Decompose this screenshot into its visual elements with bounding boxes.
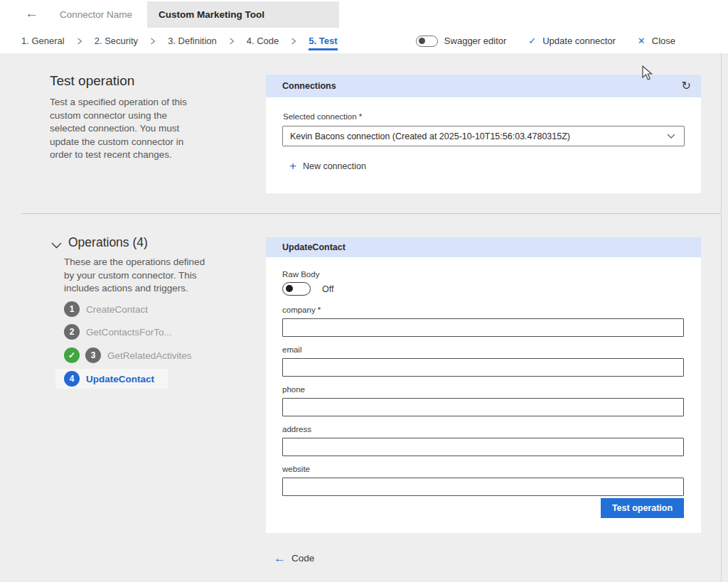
new-connection-label: New connection bbox=[303, 161, 366, 171]
address-label: address bbox=[282, 425, 311, 433]
step-definition[interactable]: 3. Definition bbox=[168, 28, 217, 53]
email-label: email bbox=[282, 345, 301, 354]
selected-connection-label: Selected connection * bbox=[283, 112, 362, 121]
new-connection-button[interactable]: + New connection bbox=[289, 160, 366, 172]
step-general[interactable]: 1. General bbox=[21, 28, 65, 53]
operation-number-badge: 2 bbox=[64, 324, 80, 340]
operation-item-getrelatedactivites[interactable]: ✓ 3 GetRelatedActivites bbox=[55, 345, 192, 365]
refresh-icon[interactable]: ↻ bbox=[682, 80, 691, 92]
operation-item-updatecontact[interactable]: 4 UpdateContact bbox=[55, 369, 168, 389]
connections-panel-title: Connections bbox=[282, 81, 336, 91]
back-to-code-link[interactable]: ← Code bbox=[274, 552, 314, 564]
swagger-editor-label: Swagger editor bbox=[444, 36, 506, 46]
active-step-underline bbox=[309, 48, 337, 50]
chevron-down-icon bbox=[667, 134, 675, 139]
raw-body-toggle[interactable] bbox=[282, 282, 311, 296]
raw-body-state: Off bbox=[322, 284, 333, 294]
step-test-label: 5. Test bbox=[309, 36, 337, 46]
step-security[interactable]: 2. Security bbox=[95, 28, 138, 53]
chevron-right-icon bbox=[150, 38, 156, 45]
operations-title: Operations (4) bbox=[68, 235, 148, 250]
operation-item-getcontactsforto[interactable]: 2 GetContactsForTo... bbox=[55, 322, 172, 342]
chevron-right-icon bbox=[77, 38, 82, 45]
operation-label: GetRelatedActivites bbox=[107, 350, 192, 361]
operations-description: These are the operations defined by your… bbox=[64, 256, 210, 296]
operation-number-badge: 4 bbox=[64, 371, 80, 387]
custom-connector-wizard: ← Connector Name Custom Marketing Tool 1… bbox=[0, 0, 728, 582]
success-check-icon: ✓ bbox=[64, 347, 80, 363]
operation-panel-header: UpdateContact bbox=[266, 237, 701, 257]
close-button[interactable]: Close bbox=[652, 36, 675, 46]
chevron-right-icon bbox=[229, 38, 235, 45]
phone-field[interactable] bbox=[282, 398, 684, 416]
selected-connection-dropdown[interactable]: Kevin Bacons connection (Created at 2025… bbox=[282, 126, 685, 146]
navbar-actions: Swagger editor ✓ Update connector ✕ Clos… bbox=[416, 28, 675, 53]
phone-label: phone bbox=[282, 385, 305, 394]
swagger-editor-toggle[interactable] bbox=[416, 36, 438, 47]
connections-panel: Connections ↻ Selected connection * Kevi… bbox=[266, 75, 701, 193]
step-test[interactable]: 5. Test bbox=[309, 28, 337, 53]
close-icon: ✕ bbox=[638, 36, 646, 46]
top-bar: ← Connector Name Custom Marketing Tool bbox=[0, 0, 728, 28]
code-link-label: Code bbox=[291, 553, 314, 564]
check-icon: ✓ bbox=[528, 36, 536, 46]
operation-label: UpdateContact bbox=[86, 374, 154, 384]
wizard-navbar: 1. General 2. Security 3. Definition 4. … bbox=[0, 28, 728, 53]
email-field[interactable] bbox=[282, 358, 684, 377]
operation-panel: UpdateContact Raw Body Off company * ema… bbox=[266, 237, 701, 533]
toggle-knob bbox=[419, 38, 425, 44]
chevron-right-icon bbox=[291, 38, 296, 45]
connector-name-label: Connector Name bbox=[60, 9, 132, 20]
test-operation-description: Test a specified operation of this custo… bbox=[50, 96, 196, 162]
website-field[interactable] bbox=[282, 478, 684, 496]
update-connector-button[interactable]: Update connector bbox=[542, 36, 616, 46]
connections-panel-header: Connections ↻ bbox=[266, 75, 701, 97]
section-divider bbox=[21, 213, 721, 214]
connector-name-field[interactable]: Custom Marketing Tool bbox=[147, 1, 339, 28]
operation-label: GetContactsForTo... bbox=[86, 327, 172, 338]
toggle-knob bbox=[286, 285, 293, 292]
company-label: company * bbox=[282, 306, 321, 314]
test-operation-button[interactable]: Test operation bbox=[601, 498, 684, 518]
main-content: Test operation Test a specified operatio… bbox=[0, 53, 728, 582]
operation-number-badge: 3 bbox=[85, 347, 101, 363]
operation-number-badge: 1 bbox=[64, 301, 80, 317]
scrollbar-track[interactable] bbox=[721, 53, 722, 582]
selected-connection-value: Kevin Bacons connection (Created at 2025… bbox=[290, 131, 570, 141]
operation-label: CreateContact bbox=[86, 304, 148, 315]
operation-item-createcontact[interactable]: 1 CreateContact bbox=[55, 299, 148, 319]
operations-collapse-chevron-icon[interactable] bbox=[51, 239, 62, 252]
left-arrow-icon: ← bbox=[274, 552, 286, 564]
address-field[interactable] bbox=[282, 438, 684, 456]
operation-panel-title: UpdateContact bbox=[282, 242, 346, 252]
test-operation-title: Test operation bbox=[50, 73, 134, 89]
website-label: website bbox=[282, 465, 310, 473]
plus-icon: + bbox=[289, 160, 296, 172]
raw-body-label: Raw Body bbox=[282, 270, 319, 279]
connector-name-value: Custom Marketing Tool bbox=[147, 9, 264, 20]
back-icon[interactable]: ← bbox=[25, 6, 38, 21]
wizard-steps: 1. General 2. Security 3. Definition 4. … bbox=[21, 28, 338, 53]
company-field[interactable] bbox=[282, 318, 684, 337]
step-code[interactable]: 4. Code bbox=[247, 28, 279, 53]
